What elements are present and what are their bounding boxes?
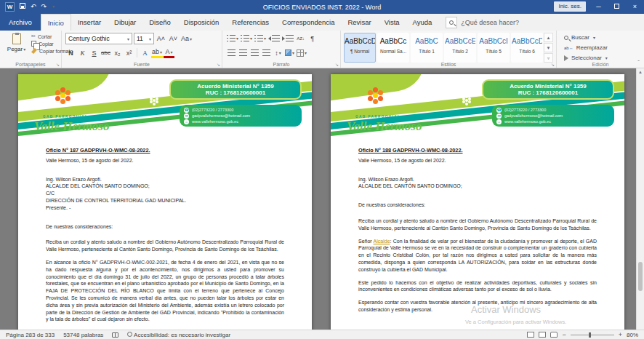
- tab-dibujar[interactable]: Dibujar: [108, 14, 142, 31]
- tab-diseno[interactable]: Diseño: [142, 14, 177, 31]
- style-normal-sa[interactable]: AaBbCc Normal Sa...: [377, 33, 409, 63]
- undo-button[interactable]: ↶: [31, 2, 36, 12]
- document-page-187[interactable]: GAD PARROQUIAL Valle Hermoso Acuerdo Min…: [18, 74, 312, 330]
- strikethrough-button[interactable]: abc: [100, 47, 111, 58]
- subscript-button[interactable]: x₂: [112, 47, 123, 58]
- print-layout-button[interactable]: [539, 332, 546, 338]
- align-center-button[interactable]: [238, 47, 249, 58]
- redo-button[interactable]: ↷: [41, 2, 47, 12]
- tab-ayuda[interactable]: Ayuda: [406, 14, 439, 31]
- numbering-button[interactable]: ▾: [240, 33, 253, 44]
- paste-button[interactable]: Pegar▾: [4, 33, 29, 64]
- zoom-in-button[interactable]: +: [619, 331, 622, 338]
- multilevel-list-button[interactable]: ▾: [254, 33, 267, 44]
- tab-inicio[interactable]: Inicio: [41, 14, 71, 31]
- collapse-ribbon-button[interactable]: ˆ: [637, 59, 640, 65]
- scroll-up-arrow[interactable]: ▲: [637, 68, 644, 76]
- tab-insertar[interactable]: Insertar: [71, 14, 108, 31]
- zoom-slider[interactable]: [571, 335, 614, 335]
- highlight-color-button[interactable]: ab▾: [151, 47, 163, 58]
- activate-windows-watermark-sub: Ve a Configuración para activar Windows.: [465, 319, 566, 325]
- document-area[interactable]: GAD PARROQUIAL Valle Hermoso Acuerdo Min…: [0, 68, 644, 330]
- close-button[interactable]: ×: [626, 0, 644, 14]
- minimize-button[interactable]: ─: [589, 0, 608, 14]
- show-marks-button[interactable]: ¶: [307, 33, 318, 44]
- tab-referencias[interactable]: Referencias: [225, 14, 275, 31]
- scrollbar-thumb[interactable]: [638, 262, 643, 291]
- tab-correspondencia[interactable]: Correspondencia: [275, 14, 341, 31]
- vertical-scrollbar[interactable]: ▲: [636, 68, 644, 330]
- tell-me-search[interactable]: ¿Qué desea hacer?: [446, 14, 519, 31]
- qat-customize-caret[interactable]: ▾: [52, 2, 55, 12]
- paragraph-dialog-launcher[interactable]: ↘: [335, 62, 339, 67]
- document-page-188[interactable]: GAD PARROQUIAL Valle Hermoso Acuerdo Min…: [331, 74, 624, 330]
- increase-indent-button[interactable]: [281, 33, 294, 44]
- sign-in-button[interactable]: Inic. ses.: [554, 1, 586, 12]
- cut-label: Cortar: [38, 34, 52, 39]
- font-size-select[interactable]: 11▾: [134, 33, 154, 44]
- word-app-icon[interactable]: W: [5, 2, 15, 12]
- tab-revisar[interactable]: Revisar: [341, 14, 377, 31]
- superscript-button[interactable]: x²: [124, 47, 134, 58]
- tab-vista[interactable]: Vista: [378, 14, 406, 31]
- font-family-select[interactable]: Century Gothic▾: [65, 33, 132, 44]
- paragraph-3: Este pedido lo hacemos con el objetivo d…: [358, 279, 597, 294]
- clipboard-icon: [12, 33, 21, 44]
- email-icon: ✉: [184, 113, 189, 119]
- grow-font-button[interactable]: A˄: [156, 33, 166, 44]
- word-count[interactable]: 53748 palabras: [63, 332, 103, 338]
- style-titulo-5[interactable]: AaBbCcI Título 5: [478, 33, 510, 63]
- zoom-slider-thumb[interactable]: [589, 332, 591, 338]
- line-spacing-button[interactable]: ↕▾: [273, 47, 283, 58]
- sort-button[interactable]: AZ↓: [295, 33, 306, 44]
- style-titulo-1[interactable]: AaBbC Título 1: [411, 33, 443, 63]
- align-left-button[interactable]: [226, 47, 237, 58]
- paragraph-group-label: Párrafo: [222, 62, 340, 67]
- multilevel-list-icon: [254, 35, 263, 41]
- styles-scroll-up[interactable]: ▲: [544, 33, 553, 42]
- style-titulo-2[interactable]: AaBbCcE Título 2: [444, 33, 476, 63]
- ruc-line: RUC : 1768120600001: [174, 89, 297, 96]
- zoom-level[interactable]: 80%: [627, 332, 638, 338]
- tab-archivo[interactable]: Archivo: [0, 14, 41, 31]
- salutation: De nuestras consideraciones:: [46, 223, 284, 231]
- read-mode-button[interactable]: [527, 332, 534, 338]
- web-layout-button[interactable]: [550, 332, 558, 338]
- shrink-font-button[interactable]: A˅: [168, 33, 179, 44]
- bold-button[interactable]: N: [65, 47, 76, 58]
- text-effects-button[interactable]: A: [140, 47, 150, 58]
- phone-number: (02)2773220 / 2773300: [192, 107, 233, 113]
- decrease-indent-button[interactable]: [267, 33, 281, 44]
- tab-disposicion[interactable]: Disposición: [177, 14, 226, 31]
- shading-icon: [285, 49, 291, 56]
- letter-date: Valle Hermoso, 15 de agosto del 2022.: [358, 157, 597, 164]
- save-button[interactable]: [20, 2, 25, 12]
- justify-button[interactable]: [261, 47, 272, 58]
- maximize-button[interactable]: [608, 0, 626, 14]
- italic-button[interactable]: K: [77, 47, 88, 58]
- proofing-icon[interactable]: [112, 332, 118, 338]
- find-button[interactable]: Buscar▾: [564, 33, 608, 42]
- indent-icon: [282, 36, 285, 41]
- zoom-out-button[interactable]: −: [562, 331, 565, 338]
- styles-scroll-down[interactable]: ▼: [544, 43, 553, 52]
- font-dialog-launcher[interactable]: ↘: [217, 62, 220, 67]
- accessibility-status[interactable]: Accesibilidad: es necesario investigar: [127, 332, 230, 338]
- clipboard-dialog-launcher[interactable]: ↘: [56, 62, 60, 67]
- font-color-label: A: [166, 48, 170, 55]
- page-indicator[interactable]: Página 283 de 333: [6, 332, 55, 338]
- replace-button[interactable]: ab↔Reemplazar: [564, 43, 608, 52]
- styles-dialog-launcher[interactable]: ↘: [551, 62, 555, 67]
- font-color-button[interactable]: A▾: [164, 47, 174, 58]
- style-normal[interactable]: AaBbCcD ¶ Normal: [344, 33, 376, 63]
- align-right-icon: [251, 49, 259, 56]
- change-case-button[interactable]: Aa▾: [180, 33, 193, 44]
- borders-button[interactable]: ▾: [296, 47, 307, 58]
- underline-button[interactable]: S: [89, 47, 100, 58]
- shading-button[interactable]: ▾: [284, 47, 295, 58]
- bullets-button[interactable]: ▾: [226, 33, 239, 44]
- letter-body[interactable]: Oficio N° 187 GADPRVH-O-WMC-08-2022. Val…: [46, 147, 284, 323]
- letter-body[interactable]: Oficio N° 188 GADPRVH-O-WMC-08-2022. Val…: [358, 147, 597, 314]
- style-titulo-6[interactable]: AaBbCcDc Título 6: [511, 33, 543, 63]
- align-right-button[interactable]: [249, 47, 260, 58]
